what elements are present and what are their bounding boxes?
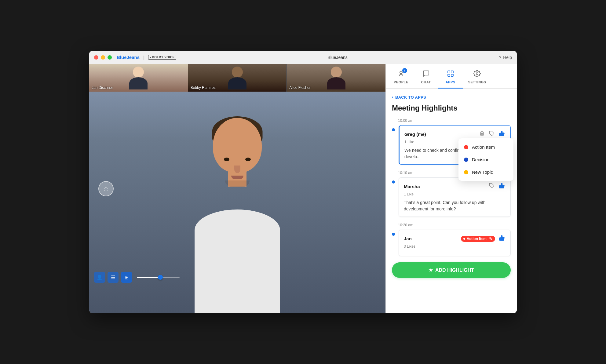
- thumb-up-icon: [499, 132, 505, 138]
- tab-people[interactable]: 5 PEOPLE: [388, 70, 414, 89]
- like-button-jan[interactable]: [498, 234, 506, 243]
- participant-thumb-bobby[interactable]: Bobby Ramirez: [188, 64, 287, 92]
- person-figure: [179, 112, 295, 313]
- favorite-button[interactable]: ☆: [98, 181, 114, 196]
- tag-button-greg[interactable]: [488, 130, 495, 138]
- alice-head: [331, 67, 342, 78]
- volume-fill: [137, 277, 160, 278]
- svg-rect-3: [448, 74, 450, 76]
- main-video: Stop Rec & Meeting Assist 📹 🎤 ▾ 🖥: [89, 64, 385, 313]
- like-button-greg[interactable]: [498, 130, 506, 139]
- eye-left: [224, 158, 229, 161]
- card-actions-jan: Action Item ✎: [461, 234, 506, 243]
- list-view-button[interactable]: ☰: [108, 272, 119, 283]
- dropdown-new-topic[interactable]: New Topic: [458, 166, 513, 178]
- titlebar: BlueJeans | ▪ DOLBY VOICE BlueJeans ? He…: [89, 51, 517, 64]
- tab-people-label: PEOPLE: [394, 80, 408, 84]
- dropdown-decision[interactable]: Decision: [458, 153, 513, 166]
- tag-button-marsha[interactable]: [488, 182, 495, 191]
- action-item-tag: Action Item ✎: [461, 236, 495, 242]
- action-item-tag-label: Action Item: [467, 237, 487, 241]
- tab-settings[interactable]: SETTINGS: [463, 70, 492, 89]
- tab-apps-label: APPS: [446, 80, 455, 84]
- dropdown-action-item-label: Action Item: [472, 144, 495, 150]
- thumb-up-icon-marsha: [499, 184, 505, 190]
- person-mouth: [231, 176, 243, 179]
- volume-thumb[interactable]: [158, 275, 163, 280]
- participant-name-alice: Alice Flesher: [289, 86, 310, 90]
- timeline-time-1: 10:00 am: [398, 118, 511, 123]
- card-actions-marsha: [488, 182, 506, 191]
- svg-rect-2: [451, 71, 453, 73]
- main-content: Stop Rec & Meeting Assist 📹 🎤 ▾ 🖥: [89, 64, 517, 313]
- like-button-marsha[interactable]: [498, 182, 506, 191]
- card-likes-marsha: 1 Like: [404, 192, 506, 196]
- timeline: 10:00 am Greg (me): [392, 118, 511, 256]
- view-controls: 👤 ☰ ⊞: [94, 272, 180, 283]
- chat-icon: [422, 70, 430, 79]
- action-item-tag-edit[interactable]: ✎: [489, 237, 492, 241]
- tab-bar: 5 PEOPLE CHAT: [386, 64, 517, 89]
- dropdown-decision-label: Decision: [472, 157, 490, 162]
- list-view-icon: ☰: [111, 275, 115, 280]
- tag-icon-marsha: [489, 184, 495, 190]
- back-chevron-icon: ‹: [392, 95, 393, 100]
- tab-apps[interactable]: APPS: [438, 70, 463, 89]
- participant-thumb-alice[interactable]: Alice Flesher: [287, 64, 385, 92]
- brand-logo: BlueJeans | ▪ DOLBY VOICE: [117, 55, 176, 60]
- people-badge: 5: [402, 68, 407, 73]
- add-highlight-button[interactable]: ★ ADD HIGHLIGHT: [392, 262, 511, 278]
- decision-dot: [464, 158, 468, 162]
- card-actions-greg: [479, 130, 506, 139]
- participants-strip: Jan Dischner Bobby Ramirez: [89, 64, 385, 92]
- back-link-label: BACK TO APPS: [395, 95, 426, 100]
- participant-name-bobby: Bobby Ramirez: [191, 86, 216, 90]
- timeline-dot-3: [392, 233, 395, 236]
- grid-view-button[interactable]: ⊞: [121, 272, 132, 283]
- action-item-dot: [464, 145, 468, 149]
- window-title: BlueJeans: [176, 55, 499, 60]
- card-likes-jan: 3 Likes: [404, 244, 506, 249]
- close-window-button[interactable]: [94, 55, 98, 60]
- delete-button-greg[interactable]: [479, 130, 485, 138]
- card-text-marsha: That's a great point. Can you follow up …: [404, 199, 506, 212]
- minimize-window-button[interactable]: [101, 55, 105, 60]
- jan-figure: [129, 67, 148, 89]
- trash-icon: [479, 131, 485, 137]
- highlight-card-jan: Jan Action Item ✎: [399, 230, 511, 256]
- card-author-jan: Jan: [404, 236, 412, 241]
- participant-thumb-jan[interactable]: Jan Dischner: [89, 64, 188, 92]
- timeline-dot-2: [392, 180, 395, 184]
- tab-chat-label: CHAT: [421, 80, 431, 84]
- star-icon-highlight: ★: [429, 267, 433, 273]
- bobby-figure: [228, 67, 246, 89]
- help-label: Help: [503, 55, 512, 60]
- alice-figure: [327, 67, 345, 89]
- card-header-greg: Greg (me): [404, 130, 506, 139]
- dropdown-action-item[interactable]: Action Item: [458, 141, 513, 153]
- panel-title: Meeting Highlights: [392, 104, 511, 112]
- panel-content: ‹ BACK TO APPS Meeting Highlights 10:00 …: [386, 89, 517, 313]
- svg-point-0: [400, 71, 402, 74]
- person-face: [216, 145, 259, 194]
- timeline-time-3: 10:20 am: [398, 223, 511, 227]
- highlight-card-greg: Greg (me): [399, 125, 511, 165]
- tab-chat[interactable]: CHAT: [414, 70, 438, 89]
- help-icon: ?: [499, 55, 501, 60]
- timeline-item-greg: Greg (me): [392, 125, 511, 165]
- window-controls: [94, 55, 112, 60]
- maximize-window-button[interactable]: [108, 55, 112, 60]
- svg-rect-4: [451, 74, 453, 76]
- settings-icon: [473, 70, 481, 79]
- new-topic-dot: [464, 170, 468, 174]
- speaker-view-button[interactable]: 👤: [94, 272, 105, 283]
- bobby-head: [232, 67, 243, 78]
- card-header-jan: Jan Action Item ✎: [404, 234, 506, 243]
- person-body: [195, 209, 280, 313]
- back-to-apps-link[interactable]: ‹ BACK TO APPS: [392, 95, 511, 100]
- add-highlight-label: ADD HIGHLIGHT: [435, 268, 474, 273]
- volume-slider[interactable]: [137, 277, 180, 278]
- dolby-badge: ▪ DOLBY VOICE: [148, 55, 176, 60]
- volume-control[interactable]: [137, 277, 180, 278]
- help-area: ? Help: [499, 55, 512, 60]
